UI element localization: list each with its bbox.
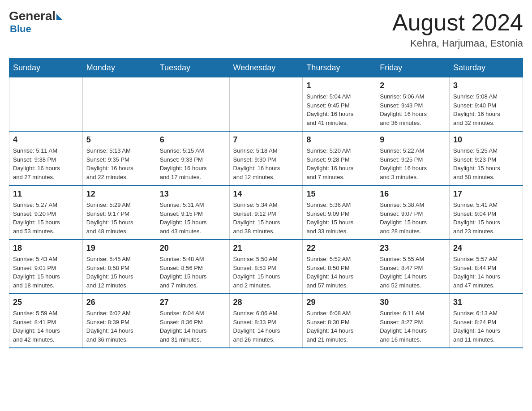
calendar-cell: 11Sunrise: 5:27 AM Sunset: 9:20 PM Dayli… xyxy=(9,185,83,240)
calendar-cell xyxy=(229,77,303,132)
calendar-week-3: 11Sunrise: 5:27 AM Sunset: 9:20 PM Dayli… xyxy=(9,185,523,240)
calendar-cell: 18Sunrise: 5:43 AM Sunset: 9:01 PM Dayli… xyxy=(9,240,83,294)
day-number: 6 xyxy=(160,135,226,145)
day-number: 7 xyxy=(233,135,299,145)
day-number: 28 xyxy=(233,298,299,307)
day-info: Sunrise: 5:45 AM Sunset: 8:58 PM Dayligh… xyxy=(86,255,152,290)
calendar-cell: 30Sunrise: 6:11 AM Sunset: 8:27 PM Dayli… xyxy=(376,294,450,348)
day-number: 19 xyxy=(86,244,152,253)
calendar-cell xyxy=(156,77,229,132)
day-info: Sunrise: 5:08 AM Sunset: 9:40 PM Dayligh… xyxy=(453,92,519,127)
calendar-cell: 21Sunrise: 5:50 AM Sunset: 8:53 PM Dayli… xyxy=(229,240,303,294)
day-number: 18 xyxy=(13,244,79,253)
day-header-thursday: Thursday xyxy=(303,59,376,77)
day-info: Sunrise: 6:04 AM Sunset: 8:36 PM Dayligh… xyxy=(160,309,226,344)
calendar-cell: 7Sunrise: 5:18 AM Sunset: 9:30 PM Daylig… xyxy=(229,131,303,185)
day-number: 11 xyxy=(13,189,79,199)
day-number: 27 xyxy=(160,298,226,307)
calendar-cell: 17Sunrise: 5:41 AM Sunset: 9:04 PM Dayli… xyxy=(450,185,523,240)
day-info: Sunrise: 6:02 AM Sunset: 8:39 PM Dayligh… xyxy=(86,309,152,344)
day-number: 12 xyxy=(86,189,152,199)
location-text: Kehra, Harjumaa, Estonia xyxy=(392,38,523,49)
calendar-cell xyxy=(82,77,156,132)
calendar-week-1: 1Sunrise: 5:04 AM Sunset: 9:45 PM Daylig… xyxy=(9,77,523,132)
day-info: Sunrise: 5:59 AM Sunset: 8:41 PM Dayligh… xyxy=(13,309,79,344)
day-number: 24 xyxy=(453,244,519,253)
day-info: Sunrise: 5:04 AM Sunset: 9:45 PM Dayligh… xyxy=(306,92,372,127)
calendar-cell: 13Sunrise: 5:31 AM Sunset: 9:15 PM Dayli… xyxy=(156,185,229,240)
day-header-monday: Monday xyxy=(82,59,156,77)
calendar-cell: 29Sunrise: 6:08 AM Sunset: 8:30 PM Dayli… xyxy=(303,294,376,348)
day-number: 22 xyxy=(306,244,372,253)
calendar-table: SundayMondayTuesdayWednesdayThursdayFrid… xyxy=(9,58,523,348)
day-number: 16 xyxy=(380,189,446,199)
calendar-header-row: SundayMondayTuesdayWednesdayThursdayFrid… xyxy=(9,59,523,77)
day-info: Sunrise: 5:15 AM Sunset: 9:33 PM Dayligh… xyxy=(160,146,226,181)
day-number: 30 xyxy=(380,298,446,307)
day-info: Sunrise: 5:27 AM Sunset: 9:20 PM Dayligh… xyxy=(13,201,79,235)
calendar-week-2: 4Sunrise: 5:11 AM Sunset: 9:38 PM Daylig… xyxy=(9,131,523,185)
calendar-cell: 16Sunrise: 5:38 AM Sunset: 9:07 PM Dayli… xyxy=(376,185,450,240)
day-header-saturday: Saturday xyxy=(450,59,523,77)
calendar-cell: 31Sunrise: 6:13 AM Sunset: 8:24 PM Dayli… xyxy=(450,294,523,348)
month-title: August 2024 xyxy=(392,9,523,36)
day-number: 14 xyxy=(233,189,299,199)
day-info: Sunrise: 5:11 AM Sunset: 9:38 PM Dayligh… xyxy=(13,146,79,181)
day-info: Sunrise: 5:29 AM Sunset: 9:17 PM Dayligh… xyxy=(86,201,152,235)
day-number: 17 xyxy=(453,189,519,199)
calendar-cell: 10Sunrise: 5:25 AM Sunset: 9:23 PM Dayli… xyxy=(450,131,523,185)
day-info: Sunrise: 5:38 AM Sunset: 9:07 PM Dayligh… xyxy=(380,201,446,235)
day-number: 13 xyxy=(160,189,226,199)
day-info: Sunrise: 5:55 AM Sunset: 8:47 PM Dayligh… xyxy=(380,255,446,290)
day-info: Sunrise: 5:20 AM Sunset: 9:28 PM Dayligh… xyxy=(306,146,372,181)
day-number: 15 xyxy=(306,189,372,199)
calendar-cell: 2Sunrise: 5:06 AM Sunset: 9:43 PM Daylig… xyxy=(376,77,450,132)
page-header: General Blue August 2024 Kehra, Harjumaa… xyxy=(9,9,523,49)
calendar-cell: 5Sunrise: 5:13 AM Sunset: 9:35 PM Daylig… xyxy=(82,131,156,185)
calendar-cell: 23Sunrise: 5:55 AM Sunset: 8:47 PM Dayli… xyxy=(376,240,450,294)
day-number: 8 xyxy=(306,135,372,145)
day-info: Sunrise: 6:11 AM Sunset: 8:27 PM Dayligh… xyxy=(380,309,446,344)
calendar-cell: 1Sunrise: 5:04 AM Sunset: 9:45 PM Daylig… xyxy=(303,77,376,132)
calendar-cell: 27Sunrise: 6:04 AM Sunset: 8:36 PM Dayli… xyxy=(156,294,229,348)
day-info: Sunrise: 5:25 AM Sunset: 9:23 PM Dayligh… xyxy=(453,146,519,181)
day-number: 25 xyxy=(13,298,79,307)
day-number: 20 xyxy=(160,244,226,253)
day-number: 29 xyxy=(306,298,372,307)
day-info: Sunrise: 5:13 AM Sunset: 9:35 PM Dayligh… xyxy=(86,146,152,181)
calendar-cell: 24Sunrise: 5:57 AM Sunset: 8:44 PM Dayli… xyxy=(450,240,523,294)
calendar-cell: 19Sunrise: 5:45 AM Sunset: 8:58 PM Dayli… xyxy=(82,240,156,294)
calendar-cell: 14Sunrise: 5:34 AM Sunset: 9:12 PM Dayli… xyxy=(229,185,303,240)
day-info: Sunrise: 5:06 AM Sunset: 9:43 PM Dayligh… xyxy=(380,92,446,127)
day-number: 9 xyxy=(380,135,446,145)
day-info: Sunrise: 5:48 AM Sunset: 8:56 PM Dayligh… xyxy=(160,255,226,290)
day-info: Sunrise: 5:52 AM Sunset: 8:50 PM Dayligh… xyxy=(306,255,372,290)
calendar-cell: 15Sunrise: 5:36 AM Sunset: 9:09 PM Dayli… xyxy=(303,185,376,240)
day-number: 2 xyxy=(380,81,446,90)
calendar-cell: 9Sunrise: 5:22 AM Sunset: 9:25 PM Daylig… xyxy=(376,131,450,185)
day-header-friday: Friday xyxy=(376,59,450,77)
logo-blue-text: Blue xyxy=(10,23,31,35)
calendar-cell: 28Sunrise: 6:06 AM Sunset: 8:33 PM Dayli… xyxy=(229,294,303,348)
calendar-cell: 4Sunrise: 5:11 AM Sunset: 9:38 PM Daylig… xyxy=(9,131,83,185)
day-info: Sunrise: 6:06 AM Sunset: 8:33 PM Dayligh… xyxy=(233,309,299,344)
day-header-sunday: Sunday xyxy=(9,59,83,77)
calendar-cell: 6Sunrise: 5:15 AM Sunset: 9:33 PM Daylig… xyxy=(156,131,229,185)
calendar-cell: 22Sunrise: 5:52 AM Sunset: 8:50 PM Dayli… xyxy=(303,240,376,294)
calendar-cell: 20Sunrise: 5:48 AM Sunset: 8:56 PM Dayli… xyxy=(156,240,229,294)
logo-arrow-icon xyxy=(56,14,63,20)
day-number: 23 xyxy=(380,244,446,253)
day-info: Sunrise: 5:43 AM Sunset: 9:01 PM Dayligh… xyxy=(13,255,79,290)
logo-general-text: General xyxy=(9,9,56,23)
day-info: Sunrise: 6:13 AM Sunset: 8:24 PM Dayligh… xyxy=(453,309,519,344)
day-info: Sunrise: 5:22 AM Sunset: 9:25 PM Dayligh… xyxy=(380,146,446,181)
day-info: Sunrise: 5:31 AM Sunset: 9:15 PM Dayligh… xyxy=(160,201,226,235)
day-number: 5 xyxy=(86,135,152,145)
day-number: 10 xyxy=(453,135,519,145)
title-area: August 2024 Kehra, Harjumaa, Estonia xyxy=(392,9,523,49)
day-info: Sunrise: 5:36 AM Sunset: 9:09 PM Dayligh… xyxy=(306,201,372,235)
day-header-wednesday: Wednesday xyxy=(229,59,303,77)
calendar-cell xyxy=(9,77,83,132)
day-header-tuesday: Tuesday xyxy=(156,59,229,77)
calendar-week-4: 18Sunrise: 5:43 AM Sunset: 9:01 PM Dayli… xyxy=(9,240,523,294)
